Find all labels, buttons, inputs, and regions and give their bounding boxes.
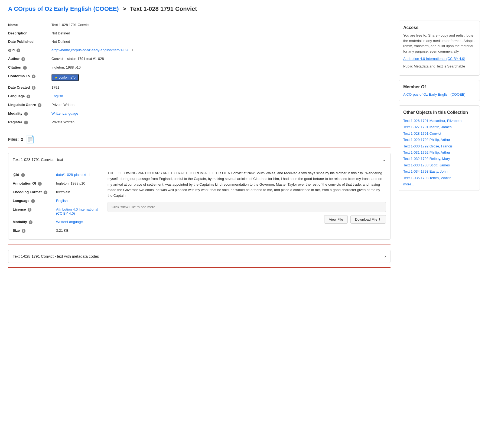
metadata-row-citation: Citation i Ingleton, 1988 p10 — [8, 63, 391, 72]
metadata-row-register: Register i Private Written — [8, 118, 391, 127]
file1-size-row: Size i 3.21 KB — [13, 226, 99, 235]
conforms-to-label: Conforms To i — [8, 74, 51, 78]
file1-size-info-icon[interactable]: i — [22, 229, 25, 233]
modality-label: Modality i — [8, 111, 51, 116]
access-license-link[interactable]: Attribution 4.0 International (CC BY 4.0… — [403, 57, 465, 61]
other-objects-more-link[interactable]: more... — [403, 182, 475, 186]
collection-item-link[interactable]: Text 1-032 1792 Reibey, Mary — [403, 156, 475, 162]
file1-modality-link[interactable]: WrittenLanguage — [56, 220, 83, 224]
id-info-icon[interactable]: i — [17, 49, 20, 52]
file-icon: 📄 — [25, 135, 35, 144]
conforms-to-badge-text: conformsTo — [59, 76, 76, 79]
collection-item-link[interactable]: Text 1-034 1793 Easty, John — [403, 168, 475, 175]
file1-id-link[interactable]: data/1-028-plain.txt — [56, 173, 86, 177]
metadata-row-linguistic-genre: Linguistic Genre i Private Written — [8, 101, 391, 109]
collection-item-link[interactable]: Text 1-035 1793 Tench, Watkin — [403, 175, 475, 181]
file1-encoding-value: text/plain — [56, 190, 99, 194]
metadata-row-author: Author i Convict – status 1791 text #1-0… — [8, 54, 391, 63]
file1-id-value-info-icon[interactable]: i — [89, 173, 90, 177]
conforms-to-info-icon[interactable]: i — [32, 75, 35, 78]
file1-metadata: @id i data/1-028-plain.txt i — [13, 170, 99, 235]
file1-language-info-icon[interactable]: i — [31, 199, 35, 203]
member-of-title: Member Of — [403, 85, 475, 89]
citation-info-icon[interactable]: i — [23, 66, 27, 70]
file1-modality-value: WrittenLanguage — [56, 220, 99, 224]
metadata-row-language: Language i English — [8, 92, 391, 101]
collection-item-link[interactable]: Text 1-027 1791 Martin, James — [403, 124, 475, 130]
date-created-info-icon[interactable]: i — [32, 86, 35, 90]
metadata-row-date-created: Date Created i 1791 — [8, 83, 391, 92]
collection-item-link[interactable]: Text 1-031 1792 Phillip, Arthur — [403, 149, 475, 156]
main-layout: Name Text 1-028 1791 Convict Description… — [8, 21, 480, 268]
name-value: Text 1-028 1791 Convict — [51, 23, 391, 27]
file2-accordion-header[interactable]: Text 1-028 1791 Convict - text with meta… — [8, 250, 390, 263]
citation-value: Ingleton, 1988 p10 — [51, 65, 391, 69]
file1-encoding-row: Encoding Format i text/plain — [13, 188, 99, 196]
file1-actions: View File Download File ⬇ — [108, 215, 386, 224]
file1-license-link[interactable]: Attribution 4.0 International (CC BY 4.0… — [56, 207, 98, 215]
view-file-button[interactable]: View File — [324, 215, 348, 224]
file1-modality-row: Modality i WrittenLanguage — [13, 218, 99, 226]
file1-bottom-divider — [8, 244, 391, 244]
citation-label: Citation i — [8, 65, 51, 70]
metadata-row-description: Description Not Defined — [8, 29, 391, 37]
description-label: Description — [8, 31, 51, 35]
metadata-row-modality: Modality i WrittenLanguage — [8, 109, 391, 118]
member-of-card: Member Of A COrpus of Oz Early English (… — [399, 80, 480, 101]
file1-annotation-info-icon[interactable]: i — [38, 182, 42, 186]
conforms-to-badge[interactable]: ★ conformsTo — [51, 74, 79, 81]
date-published-value: Not Defined — [51, 40, 391, 44]
file1-content-area: THE FOLLOWING PARTICULARS ARE EXTRACTED … — [108, 170, 386, 235]
download-file-button[interactable]: Download File ⬇ — [350, 215, 386, 224]
id-link[interactable]: arcp://name,corpus-of-oz-early-english/i… — [51, 48, 129, 52]
file1-encoding-info-icon[interactable]: i — [44, 191, 47, 194]
description-value: Not Defined — [51, 31, 391, 35]
collection-item-link[interactable]: Text 1-030 1792 Grose, Francis — [403, 143, 475, 149]
breadcrumb-collection-link[interactable]: A COrpus of Oz Early English (COOEE) — [8, 5, 119, 12]
file1-modality-info-icon[interactable]: i — [29, 220, 32, 224]
id-value-info-icon[interactable]: i — [132, 48, 133, 52]
date-created-value: 1791 — [51, 85, 391, 89]
file1-annotation-value: Ingleton, 1988 p10 — [56, 181, 99, 185]
file1-accordion: Text 1-028 1791 Convict - text ⌄ @id i — [8, 153, 391, 240]
author-info-icon[interactable]: i — [21, 57, 25, 61]
collection-item-link[interactable]: Text 1-026 1791 Macarthur, Elizabeth — [403, 118, 475, 124]
file1-click-hint: Click 'View File' to see more — [108, 202, 386, 212]
file1-language-link[interactable]: English — [56, 199, 68, 203]
file1-license-info-icon[interactable]: i — [28, 208, 31, 212]
date-published-label: Date Published — [8, 40, 51, 44]
file1-annotation-label: Annotation Of i — [13, 181, 56, 186]
files-header: Files: 2 📄 — [8, 135, 391, 144]
register-value: Private Written — [51, 120, 391, 124]
collection-item-link[interactable]: Text 1-033 1788 Scott, James — [403, 162, 475, 168]
language-link[interactable]: English — [51, 94, 63, 98]
conforms-to-star-icon: ★ — [55, 76, 58, 79]
collection-item-link[interactable]: Text 1-028 1791 Convict — [403, 130, 475, 137]
language-info-icon[interactable]: i — [27, 95, 30, 98]
file1-modality-label: Modality i — [13, 220, 56, 224]
file1-accordion-header[interactable]: Text 1-028 1791 Convict - text ⌄ — [8, 153, 390, 166]
file1-size-value: 3.21 KB — [56, 228, 99, 233]
register-info-icon[interactable]: i — [24, 121, 28, 124]
file1-language-label: Language i — [13, 199, 56, 203]
metadata-row-date-published: Date Published Not Defined — [8, 37, 391, 46]
register-label: Register i — [8, 120, 51, 124]
bottom-divider — [8, 267, 391, 268]
author-value: Convict – status 1791 text #1-028 — [51, 57, 391, 61]
linguistic-genre-info-icon[interactable]: i — [38, 103, 41, 107]
left-column: Name Text 1-028 1791 Convict Description… — [8, 21, 391, 268]
collection-item-link[interactable]: Text 1-029 1792 Phillip, Arthur — [403, 137, 475, 143]
breadcrumb-separator: > — [123, 5, 126, 12]
modality-link[interactable]: WrittenLanguage — [51, 111, 78, 115]
file1-id-info-icon[interactable]: i — [21, 173, 25, 177]
file1-language-value: English — [56, 199, 99, 203]
modality-info-icon[interactable]: i — [24, 112, 28, 116]
member-of-collection-link[interactable]: A COrpus of Oz Early English (COOEE) — [403, 92, 466, 96]
metadata-row-conforms-to: Conforms To i ★ conformsTo — [8, 72, 391, 83]
file1-language-row: Language i English — [13, 196, 99, 205]
author-label: Author i — [8, 57, 51, 61]
metadata-row-name: Name Text 1-028 1791 Convict — [8, 21, 391, 29]
metadata-row-id: @id i arcp://name,corpus-of-oz-early-eng… — [8, 46, 391, 54]
conforms-to-value: ★ conformsTo — [51, 74, 391, 81]
other-objects-card: Other Objects in this Collection Text 1-… — [399, 105, 480, 191]
